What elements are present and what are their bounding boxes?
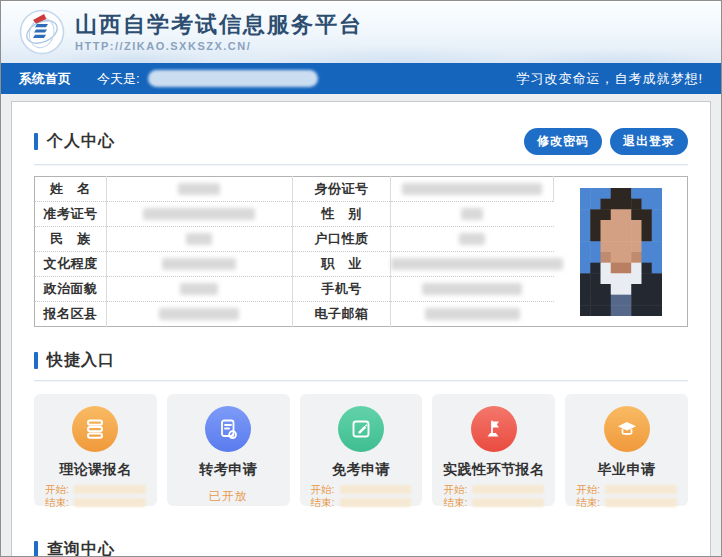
content-card: 个人中心 修改密码 退出登录 姓 名 身份证号 准考证号 性 别	[11, 101, 711, 557]
personal-info-table: 姓 名 身份证号 准考证号 性 别 民 族 户口性质	[34, 176, 688, 327]
card-title: 转考申请	[167, 461, 290, 479]
quick-entry-title: 快捷入口	[47, 350, 115, 371]
field-label-occupation: 职 业	[292, 252, 390, 277]
start-date-redacted	[605, 485, 677, 494]
section-query-center-header: 查询中心	[34, 539, 688, 557]
end-date-redacted	[74, 498, 146, 507]
field-label-political: 政治面貌	[35, 277, 107, 302]
site-header: 山西自学考试信息服务平台 HTTP://ZIKAO.SXKSZX.CN/	[1, 1, 721, 63]
table-row: 姓 名 身份证号	[35, 177, 688, 202]
field-label-name: 姓 名	[35, 177, 107, 202]
end-label: 结束:	[45, 496, 69, 510]
top-navbar: 系统首页 今天是: 学习改变命运，自考成就梦想!	[1, 63, 721, 94]
site-url: HTTP://ZIKAO.SXKSZX.CN/	[75, 40, 363, 52]
id-photo-cell	[554, 177, 688, 327]
field-value-education	[106, 252, 292, 277]
field-label-district: 报名区县	[35, 302, 107, 327]
section-accent-bar	[34, 541, 38, 557]
field-value-name	[106, 177, 292, 202]
field-value-district	[106, 302, 292, 327]
field-label-ticket: 准考证号	[35, 202, 107, 227]
nav-home-link[interactable]: 系统首页	[19, 70, 71, 88]
start-date-redacted	[340, 485, 412, 494]
field-value-household	[390, 227, 553, 252]
end-date-redacted	[605, 498, 677, 507]
query-center-title: 查询中心	[47, 539, 115, 557]
field-label-ethnicity: 民 族	[35, 227, 107, 252]
field-value-ethnicity	[106, 227, 292, 252]
section-divider	[34, 164, 688, 165]
card-title: 毕业申请	[565, 461, 688, 479]
field-value-email	[390, 302, 553, 327]
section-quick-entry-header: 快捷入口	[34, 350, 688, 371]
brand: 山西自学考试信息服务平台 HTTP://ZIKAO.SXKSZX.CN/	[75, 12, 363, 52]
change-password-button[interactable]: 修改密码	[524, 128, 602, 155]
end-label: 结束:	[443, 496, 467, 510]
card-practical-session-registration[interactable]: 实践性环节报名 开始: 结束:	[432, 394, 555, 506]
card-dates: 开始: 结束:	[565, 483, 688, 509]
card-dates: 开始: 结束:	[300, 483, 423, 509]
field-value-phone	[390, 277, 553, 302]
section-divider	[34, 380, 688, 381]
logout-button[interactable]: 退出登录	[610, 128, 688, 155]
id-photo	[580, 188, 662, 316]
end-date-redacted	[340, 498, 412, 507]
card-dates: 开始: 结束:	[34, 483, 157, 509]
today-date-redacted	[148, 70, 318, 87]
personal-center-title: 个人中心	[47, 131, 115, 152]
start-label: 开始:	[443, 483, 467, 497]
clipboard-edit-icon	[338, 406, 384, 452]
start-label: 开始:	[311, 483, 335, 497]
site-title: 山西自学考试信息服务平台	[75, 12, 363, 38]
field-value-gender	[390, 202, 553, 227]
card-exam-exemption-application[interactable]: 免考申请 开始: 结束:	[300, 394, 423, 506]
field-label-idnumber: 身份证号	[292, 177, 390, 202]
card-transfer-exam-application[interactable]: 转考申请 已开放	[167, 394, 290, 506]
today-label: 今天是:	[97, 70, 140, 88]
field-value-political	[106, 277, 292, 302]
field-label-household: 户口性质	[292, 227, 390, 252]
start-date-redacted	[74, 485, 146, 494]
start-label: 开始:	[576, 483, 600, 497]
card-open-status: 已开放	[167, 488, 290, 505]
quick-entry-cards: 理论课报名 开始: 结束: 转考申请 已开放 免考申请 开始:	[34, 394, 688, 506]
field-label-phone: 手机号	[292, 277, 390, 302]
graduation-cap-icon	[604, 406, 650, 452]
start-label: 开始:	[45, 483, 69, 497]
section-accent-bar	[34, 352, 38, 369]
field-value-ticket	[106, 202, 292, 227]
nav-slogan: 学习改变命运，自考成就梦想!	[516, 70, 703, 88]
end-label: 结束:	[311, 496, 335, 510]
end-label: 结束:	[576, 496, 600, 510]
card-graduation-application[interactable]: 毕业申请 开始: 结束:	[565, 394, 688, 506]
field-label-education: 文化程度	[35, 252, 107, 277]
section-accent-bar	[34, 133, 38, 150]
card-title: 理论课报名	[34, 461, 157, 479]
card-theory-course-registration[interactable]: 理论课报名 开始: 结束:	[34, 394, 157, 506]
field-label-email: 电子邮箱	[292, 302, 390, 327]
stack-icon	[72, 406, 118, 452]
flag-icon	[471, 406, 517, 452]
field-value-occupation	[390, 252, 553, 277]
card-title: 免考申请	[300, 461, 423, 479]
document-gear-icon	[205, 406, 251, 452]
site-logo-icon	[19, 9, 65, 55]
card-title: 实践性环节报名	[432, 461, 555, 479]
field-label-gender: 性 别	[292, 202, 390, 227]
start-date-redacted	[472, 485, 544, 494]
section-personal-center-header: 个人中心 修改密码 退出登录	[34, 128, 688, 155]
end-date-redacted	[472, 498, 544, 507]
card-dates: 开始: 结束:	[432, 483, 555, 509]
page: 山西自学考试信息服务平台 HTTP://ZIKAO.SXKSZX.CN/ 系统首…	[0, 0, 722, 557]
field-value-idnumber	[390, 177, 553, 202]
